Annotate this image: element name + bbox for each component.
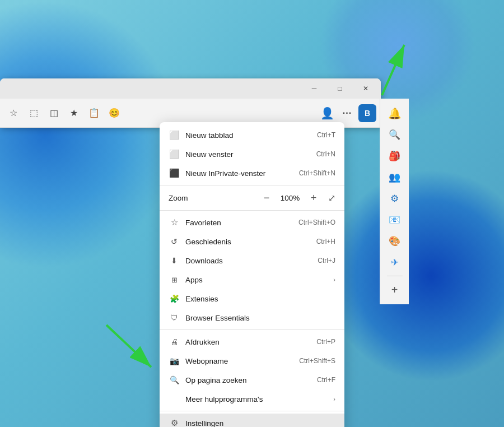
inprivate-icon: ⬛: [169, 168, 180, 179]
settings-label: Instellingen: [185, 419, 335, 428]
minimize-button[interactable]: ─: [301, 80, 327, 98]
more-tools-icon: [169, 393, 180, 405]
sidebar-outlook-icon[interactable]: 📧: [385, 210, 405, 230]
more-tools-label: Meer hulpprogramma's: [185, 395, 329, 403]
reader-icon[interactable]: ⬚: [25, 104, 43, 122]
webcapture-icon: 📷: [169, 355, 180, 366]
menu-inprivate[interactable]: ⬛ Nieuw InPrivate-venster Ctrl+Shift+N: [160, 164, 344, 183]
sidebar-divider: [387, 276, 403, 276]
separator-3: [160, 329, 344, 330]
context-menu: ⬜ Nieuw tabblad Ctrl+T ⬜ Nieuw venster C…: [160, 122, 344, 427]
more-button[interactable]: ···: [338, 104, 356, 122]
menu-find[interactable]: 🔍 Op pagina zoeken Ctrl+F: [160, 370, 344, 389]
sidebar-people-icon[interactable]: 👥: [385, 167, 405, 187]
separator-4: [160, 411, 344, 411]
sidebar-notifications-icon[interactable]: 🔔: [385, 103, 405, 123]
sidebar-share-icon[interactable]: ✈: [385, 252, 405, 272]
sidebar-designer-icon[interactable]: 🎨: [385, 231, 405, 251]
zoom-label: Zoom: [169, 194, 260, 202]
separator-1: [160, 185, 344, 185]
settings-icon: ⚙: [169, 417, 180, 427]
svg-line-1: [382, 45, 404, 95]
favorites-icon[interactable]: ☆: [4, 104, 22, 122]
apps-icon: ⊞: [169, 274, 180, 285]
menu-settings[interactable]: ⚙ Instellingen: [160, 414, 344, 427]
downloads-icon: ⬇: [169, 255, 180, 266]
zoom-increase-button[interactable]: +: [307, 191, 320, 205]
sidebar-gear-icon[interactable]: ⚙: [385, 188, 405, 208]
history-shortcut: Ctrl+H: [316, 238, 335, 245]
favorites-menu-icon: ☆: [169, 217, 180, 228]
sidebar-briefcase-icon[interactable]: 🎒: [385, 146, 405, 166]
edge-sidebar: 🔔 🔍 🎒 👥 ⚙ 📧 🎨 ✈ +: [380, 99, 409, 304]
bing-button[interactable]: B: [358, 104, 376, 122]
favorites-shortcut: Ctrl+Shift+O: [298, 219, 335, 226]
browser-window: ─ □ ✕ ☆ ⬚ ◫ ★ 📋 😊 👤 ··· B: [0, 78, 381, 128]
menu-webcapture[interactable]: 📷 Webopname Ctrl+Shift+S: [160, 351, 344, 370]
menu-browser-essentials[interactable]: 🛡 Browser Essentials: [160, 308, 344, 327]
history-label: Geschiedenis: [185, 238, 316, 246]
zoom-value: 100%: [279, 194, 301, 202]
menu-new-window[interactable]: ⬜ Nieuw venster Ctrl+N: [160, 145, 344, 164]
new-window-label: Nieuw venster: [185, 150, 316, 159]
more-tools-arrow: ›: [333, 396, 335, 402]
separator-2: [160, 210, 344, 211]
zoom-decrease-button[interactable]: −: [260, 191, 273, 205]
webcapture-shortcut: Ctrl+Shift+S: [299, 357, 335, 365]
new-tab-label: Nieuw tabblad: [185, 131, 317, 140]
sidebar-search-icon[interactable]: 🔍: [385, 124, 405, 145]
find-icon: 🔍: [169, 374, 180, 386]
new-window-icon: ⬜: [169, 148, 180, 160]
apps-arrow: ›: [333, 276, 335, 283]
downloads-label: Downloads: [185, 257, 318, 265]
print-label: Afdrukken: [185, 338, 316, 346]
new-window-shortcut: Ctrl+N: [316, 150, 335, 158]
menu-new-tab[interactable]: ⬜ Nieuw tabblad Ctrl+T: [160, 126, 344, 145]
webcapture-label: Webopname: [185, 357, 299, 365]
clipboard-icon[interactable]: 📋: [85, 104, 103, 122]
arrow-bottom-left: [90, 314, 168, 381]
essentials-label: Browser Essentials: [185, 314, 335, 322]
maximize-button[interactable]: □: [327, 80, 353, 98]
menu-zoom: Zoom − 100% + ⤢: [160, 188, 344, 208]
new-tab-shortcut: Ctrl+T: [317, 131, 335, 139]
svg-line-3: [106, 325, 151, 367]
menu-more-tools[interactable]: Meer hulpprogramma's ›: [160, 389, 344, 409]
extensions-label: Extensies: [185, 295, 335, 303]
title-bar: ─ □ ✕: [0, 78, 381, 99]
zoom-controls: − 100% + ⤢: [260, 191, 335, 205]
menu-apps[interactable]: ⊞ Apps ›: [160, 270, 344, 289]
essentials-icon: 🛡: [169, 312, 180, 323]
profile-icon[interactable]: 👤: [318, 104, 336, 122]
inprivate-shortcut: Ctrl+Shift+N: [299, 169, 335, 177]
split-icon[interactable]: ◫: [45, 104, 63, 122]
extensions-icon: 🧩: [169, 293, 180, 304]
inprivate-label: Nieuw InPrivate-venster: [185, 169, 299, 178]
apps-label: Apps: [185, 276, 329, 284]
menu-downloads[interactable]: ⬇ Downloads Ctrl+J: [160, 251, 344, 270]
emoji-icon[interactable]: 😊: [105, 104, 123, 122]
favorites-label: Favorieten: [185, 219, 298, 227]
add-favorite-icon[interactable]: ★: [65, 104, 83, 122]
find-shortcut: Ctrl+F: [317, 376, 335, 384]
menu-history[interactable]: ↺ Geschiedenis Ctrl+H: [160, 232, 344, 251]
menu-extensions[interactable]: 🧩 Extensies: [160, 289, 344, 308]
history-icon: ↺: [169, 236, 180, 247]
downloads-shortcut: Ctrl+J: [318, 257, 335, 264]
print-icon: 🖨: [169, 336, 180, 347]
find-label: Op pagina zoeken: [185, 376, 317, 384]
print-shortcut: Ctrl+P: [316, 338, 335, 346]
menu-favorites[interactable]: ☆ Favorieten Ctrl+Shift+O: [160, 213, 344, 232]
menu-print[interactable]: 🖨 Afdrukken Ctrl+P: [160, 332, 344, 351]
arrow-top-right: [360, 34, 416, 101]
new-tab-icon: ⬜: [169, 129, 180, 141]
zoom-fullscreen-button[interactable]: ⤢: [328, 193, 335, 203]
sidebar-add-icon[interactable]: +: [385, 280, 405, 300]
